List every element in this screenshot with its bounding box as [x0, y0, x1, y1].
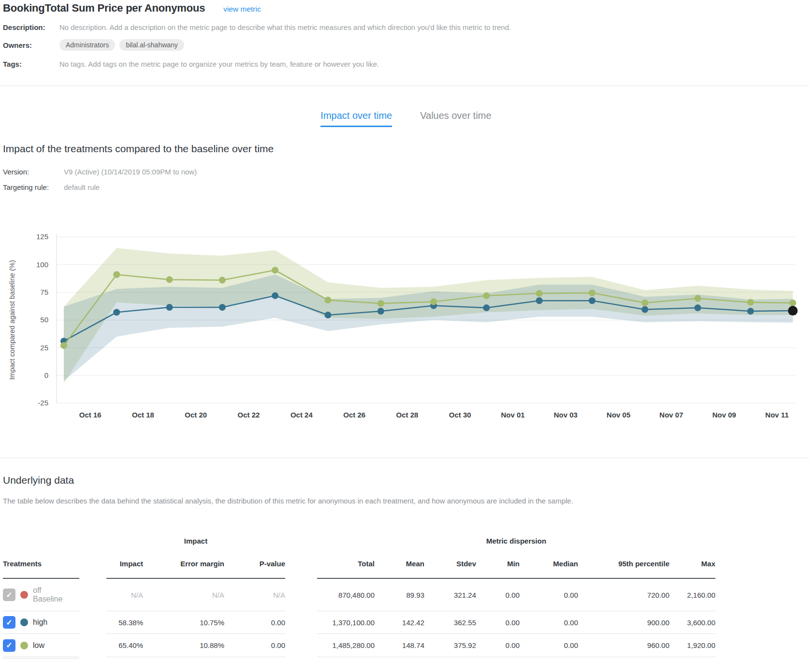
high-data-point[interactable] [483, 304, 490, 311]
section-divider [0, 458, 809, 458]
spacer [79, 579, 106, 611]
cell-total: 1,485,280.00 [317, 634, 375, 657]
current-point-highlight[interactable] [788, 306, 798, 316]
owners-label: Owners: [3, 41, 59, 49]
high-data-point[interactable] [641, 306, 648, 313]
cell-min: 0.00 [476, 579, 520, 611]
high-data-point[interactable] [589, 297, 595, 304]
tags-row: Tags: No tags. Add tags on the metric pa… [3, 60, 379, 68]
low-data-point[interactable] [219, 277, 226, 284]
x-tick-label: Nov 09 [712, 411, 736, 419]
version-row: Version: V9 (Active) (10/14/2019 05:09PM… [3, 168, 197, 176]
high-data-point[interactable] [113, 309, 120, 316]
high-data-point[interactable] [536, 297, 543, 304]
owner-badge: bilal.al-shahwany [119, 39, 184, 51]
x-tick-label: Oct 16 [79, 411, 102, 419]
impact-group-header: Impact [106, 535, 285, 549]
cell-mean: 142.42 [375, 611, 424, 634]
impact-over-time-chart[interactable]: 1251007550250-25Impact compared against … [0, 213, 812, 435]
view-metric-link[interactable]: view metric [223, 5, 261, 14]
x-tick-label: Oct 22 [238, 411, 260, 419]
high-data-point[interactable] [166, 304, 173, 311]
x-tick-label: Oct 28 [396, 411, 419, 419]
cell-error-margin: 10.75% [143, 611, 224, 634]
targeting-rule-label: Targeting rule: [3, 183, 64, 191]
cell-95th-percentile: 900.00 [578, 611, 669, 634]
x-tick-label: Nov 03 [554, 411, 578, 419]
cell-95th-percentile: 960.00 [578, 634, 669, 657]
low-data-point[interactable] [589, 289, 595, 296]
spacer [285, 535, 317, 549]
y-tick-label: 100 [36, 260, 48, 269]
low-data-point[interactable] [483, 292, 490, 299]
cell-impact: N/A [106, 579, 143, 611]
cell-p-value: N/A [224, 579, 285, 611]
checkbox-checked-icon[interactable]: ✓ [3, 639, 15, 652]
column-header-median: Median [520, 549, 578, 579]
x-tick-label: Oct 26 [343, 411, 365, 419]
low-data-point[interactable] [695, 295, 701, 302]
low-data-point[interactable] [325, 297, 332, 303]
high-data-point[interactable] [325, 312, 332, 318]
cell-max: 1,920.00 [669, 634, 715, 657]
treatment-label: low [33, 641, 44, 650]
high-data-point[interactable] [219, 304, 226, 311]
low-data-point[interactable] [789, 300, 796, 306]
description-row: Description: No description. Add a descr… [3, 23, 511, 31]
high-data-point[interactable] [747, 308, 754, 315]
targeting-rule-value: default rule [64, 183, 100, 191]
checkbox-checked-icon[interactable]: ✓ [3, 616, 15, 629]
header-divider [0, 86, 809, 86]
low-data-point[interactable] [272, 267, 278, 273]
metric-dispersion-group-header: Metric dispersion [317, 535, 715, 549]
spacer [79, 634, 106, 657]
cell-stdev: 375.92 [424, 634, 476, 657]
low-data-point[interactable] [430, 298, 437, 305]
treatments-column-header: Treatments [3, 549, 79, 579]
low-data-point[interactable] [641, 300, 648, 306]
underlying-data-description: The table below describes the data behin… [3, 497, 728, 505]
high-data-point[interactable] [377, 308, 384, 315]
y-tick-label: 25 [40, 344, 48, 352]
cell-min: 0.00 [476, 611, 520, 634]
spacer [285, 611, 317, 633]
column-header-max: Max [669, 549, 715, 579]
cell-max: 3,600.00 [669, 611, 715, 634]
low-data-point[interactable] [377, 300, 384, 307]
x-tick-label: Nov 05 [607, 411, 630, 419]
treatment-color-dot-low [20, 642, 28, 649]
low-data-point[interactable] [166, 276, 173, 283]
cell-median: 0.00 [520, 579, 578, 611]
targeting-rule-row: Targeting rule: default rule [3, 183, 100, 191]
high-data-point[interactable] [695, 304, 701, 311]
y-tick-label: 50 [40, 316, 48, 324]
low-data-point[interactable] [113, 271, 120, 278]
cell-error-margin: 10.88% [143, 634, 224, 657]
x-tick-label: Oct 18 [132, 411, 154, 419]
spacer [79, 611, 106, 633]
treatment-label: high [33, 618, 47, 627]
y-tick-label: 0 [44, 371, 48, 379]
cell-impact: 65.40% [106, 634, 143, 657]
description-value: No description. Add a description on the… [59, 23, 511, 31]
x-tick-label: Oct 30 [449, 411, 471, 419]
x-tick-label: Nov 07 [659, 411, 683, 419]
cell-median: 0.00 [520, 611, 578, 634]
version-value: V9 (Active) (10/14/2019 05:09PM to now) [64, 168, 197, 176]
column-header-95th-percentile: 95th percentile [578, 549, 669, 579]
spacer [285, 579, 317, 611]
cell-95th-percentile: 720.00 [578, 579, 669, 611]
version-label: Version: [3, 168, 64, 176]
x-tick-label: Oct 24 [290, 411, 313, 419]
owners-row: Owners: Administratorsbilal.al-shahwany [3, 41, 184, 51]
cell-impact: 58.38% [106, 611, 143, 634]
column-header-min: Min [476, 549, 520, 579]
table-row-treatment-high: ✓high [3, 611, 79, 634]
tab-impact-over-time[interactable]: Impact over time [320, 110, 392, 127]
low-data-point[interactable] [60, 342, 67, 349]
low-data-point[interactable] [536, 290, 543, 297]
tab-values-over-time[interactable]: Values over time [420, 110, 491, 127]
low-data-point[interactable] [747, 299, 754, 306]
cell-mean: 89.93 [375, 579, 424, 611]
high-data-point[interactable] [272, 292, 278, 299]
